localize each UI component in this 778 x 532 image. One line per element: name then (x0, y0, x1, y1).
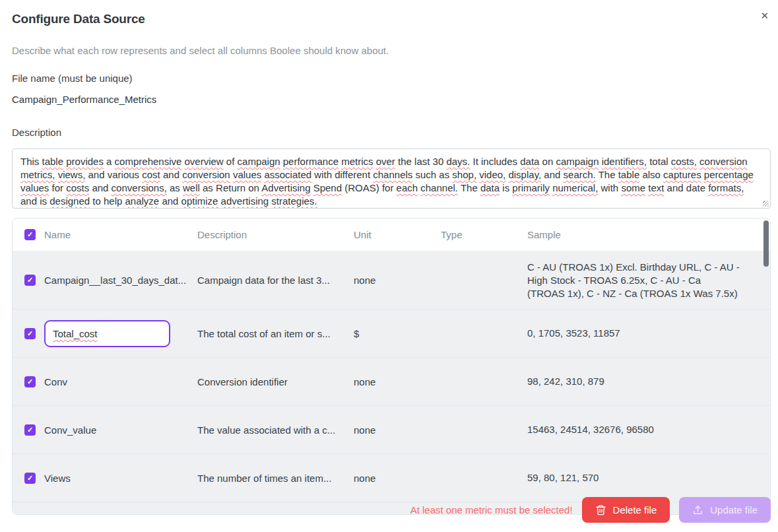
page-title: Configure Data Source (12, 12, 145, 26)
upload-icon (692, 504, 703, 515)
column-sample-cell: 15463, 24514, 32676, 96580 (527, 423, 758, 436)
column-unit-cell: none (354, 275, 441, 286)
column-name-cell: Campaign__last_30_days_dat... (44, 275, 197, 286)
column-sample-cell: 98, 242, 310, 879 (527, 375, 758, 388)
column-sample-cell: C - AU (TROAS 1x) Excl. Birthday URL, C … (527, 261, 758, 300)
column-unit-cell: none (354, 376, 441, 387)
name-edit-value: Total_cost (53, 328, 98, 339)
column-header-type: Type (441, 229, 527, 240)
row-checkbox[interactable] (24, 376, 36, 387)
column-sample-cell: 0, 1705, 3523, 11857 (527, 327, 758, 340)
dialog-subtitle: Describe what each row represents and se… (12, 45, 766, 56)
column-unit-cell: none (354, 473, 441, 484)
delete-file-label: Delete file (613, 504, 657, 515)
column-unit-cell: none (354, 424, 441, 436)
column-description-cell: The number of times an item... (197, 473, 354, 484)
file-name-label: File name (must be unique) (12, 73, 766, 84)
row-checkbox[interactable] (24, 473, 36, 484)
column-name-cell: Conv_value (44, 424, 197, 436)
column-description-cell: Conversion identifier (197, 376, 354, 387)
column-header-sample: Sample (527, 229, 758, 240)
row-checkbox[interactable] (24, 275, 36, 286)
column-header-name: Name (44, 229, 197, 240)
update-file-button[interactable]: Update file (679, 497, 771, 523)
column-unit-cell: $ (354, 328, 441, 339)
column-header-unit: Unit (354, 229, 441, 240)
table-row: Campaign__last_30_days_dat... Campaign d… (13, 251, 770, 310)
table-header-row: Name Description Unit Type Sample (13, 218, 770, 251)
column-name-cell: Conv (44, 376, 197, 387)
table-row: Views The number of times an item... non… (13, 454, 770, 502)
table-row: Conv_value The value associated with a c… (13, 406, 770, 454)
column-name-cell: Views (44, 473, 197, 484)
row-checkbox[interactable] (24, 328, 36, 339)
file-name-value: Campaign_Performance_Metrics (12, 94, 766, 105)
column-description-cell: The value associated with a c... (197, 424, 354, 436)
trash-icon (595, 504, 606, 515)
column-header-description: Description (197, 229, 354, 240)
dialog-header: Configure Data Source ✕ (12, 12, 766, 26)
table-row: Total_cost The total cost of an item or … (13, 310, 770, 358)
close-icon[interactable]: ✕ (759, 9, 770, 22)
columns-table: Name Description Unit Type Sample Campai… (12, 218, 771, 515)
row-checkbox[interactable] (24, 424, 36, 436)
select-all-checkbox[interactable] (24, 229, 36, 240)
delete-file-button[interactable]: Delete file (582, 497, 670, 523)
description-label: Description (12, 127, 766, 138)
column-description-cell: The total cost of an item or s... (197, 328, 354, 339)
column-description-cell: Campaign data for the last 3... (197, 275, 354, 286)
description-textarea[interactable]: This table provides a comprehensive over… (12, 149, 771, 209)
name-edit-input[interactable]: Total_cost (44, 320, 170, 347)
dialog-footer: At least one metric must be selected! De… (12, 497, 771, 523)
table-row: Conv Conversion identifier none 98, 242,… (13, 358, 770, 406)
configure-data-source-dialog: Configure Data Source ✕ Describe what ea… (0, 0, 778, 532)
update-file-label: Update file (710, 504, 758, 515)
column-sample-cell: 59, 80, 121, 570 (527, 471, 758, 484)
table-scrollbar[interactable] (763, 220, 769, 267)
validation-warning: At least one metric must be selected! (410, 504, 573, 515)
